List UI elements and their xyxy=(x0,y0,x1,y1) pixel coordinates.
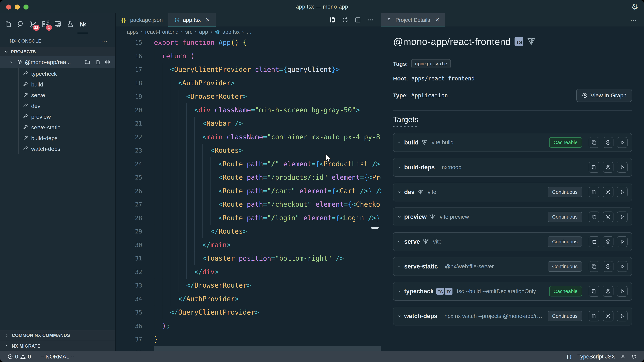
close-window-button[interactable] xyxy=(6,4,11,9)
panel-more-icon[interactable]: ⋯ xyxy=(630,16,644,24)
bell-icon xyxy=(631,354,636,360)
activity-item-extensions[interactable]: 1 xyxy=(39,15,52,33)
sidebar-section-nx-migrate[interactable]: NX MIGRATE xyxy=(0,341,116,351)
sidebar-target-serve[interactable]: serve xyxy=(0,90,116,100)
breadcrumb-item[interactable]: … xyxy=(246,29,252,35)
code-text: </Routes> xyxy=(210,225,247,238)
play-button[interactable] xyxy=(617,187,628,197)
copy-button[interactable] xyxy=(589,236,600,247)
split-editor-button[interactable] xyxy=(354,16,361,23)
target-card-preview[interactable]: previewvite previewContinuous xyxy=(393,207,632,226)
target-name: dev xyxy=(404,189,414,196)
view-in-graph-button[interactable]: View In Graph xyxy=(576,89,632,102)
target-tech-icons xyxy=(422,239,429,245)
line-number: 33 xyxy=(116,279,142,292)
activity-item-remote-explorer[interactable] xyxy=(52,15,64,33)
copy-button[interactable] xyxy=(589,311,600,322)
code-text: </QueryClientProvider> xyxy=(170,306,259,319)
play-button[interactable] xyxy=(617,261,628,272)
root-label: Root: xyxy=(393,75,408,82)
activity-item-source-control[interactable]: 32 xyxy=(27,15,39,33)
code-line-24: 24<Route path="/" element={<ProductList … xyxy=(116,157,381,171)
play-button[interactable] xyxy=(617,236,628,247)
eye-button[interactable] xyxy=(603,212,614,222)
minimize-window-button[interactable] xyxy=(15,4,20,9)
target-card-serve-static[interactable]: serve-static@nx/web:file-serverContinuou… xyxy=(393,257,632,276)
sidebar-project-row[interactable]: @mono-app/rea... xyxy=(0,56,116,68)
target-name: watch-deps xyxy=(404,313,438,320)
target-card-serve[interactable]: serveviteContinuous xyxy=(393,232,632,251)
sidebar-target-typecheck[interactable]: typecheck xyxy=(0,68,116,79)
target-icon xyxy=(105,59,110,65)
sidebar-section-common-nx-commands[interactable]: COMMON NX COMMANDS xyxy=(0,330,116,341)
sidebar-target-dev[interactable]: dev xyxy=(0,100,116,111)
copy-button[interactable] xyxy=(589,187,600,197)
close-icon[interactable]: ✕ xyxy=(206,17,210,23)
breadcrumb-item[interactable]: apps xyxy=(127,29,138,35)
play-button[interactable] xyxy=(617,311,628,322)
play-button[interactable] xyxy=(617,212,628,222)
sidebar-target-build-deps[interactable]: build-deps xyxy=(0,133,116,143)
breadcrumb-item[interactable]: app.tsx xyxy=(222,29,240,35)
breadcrumb-item[interactable]: react-frontend xyxy=(145,29,178,35)
more-actions-button[interactable] xyxy=(367,16,374,23)
sidebar-sections: COMMON NX COMMANDSNX MIGRATE xyxy=(0,330,116,351)
eye-button[interactable] xyxy=(603,236,614,247)
target-label: watch-deps xyxy=(31,146,60,152)
breadcrumb-item[interactable]: src xyxy=(185,29,192,35)
zoom-window-button[interactable] xyxy=(24,4,28,9)
breadcrumb-separator: › xyxy=(141,29,142,35)
eye-button[interactable] xyxy=(603,162,614,173)
code-text: ); xyxy=(162,319,170,333)
activity-item-testing[interactable] xyxy=(64,15,76,33)
activity-item-explorer[interactable] xyxy=(2,15,14,33)
copy-button[interactable] xyxy=(589,137,600,148)
activity-item-nx-console[interactable]: N≥ xyxy=(76,15,89,33)
eye-button[interactable] xyxy=(603,261,614,272)
line-number: 20 xyxy=(116,103,142,117)
play-button[interactable] xyxy=(617,286,628,297)
eye-button[interactable] xyxy=(603,187,614,197)
sidebar-more-icon[interactable]: ⋯ xyxy=(101,37,107,45)
tab-project-details[interactable]: Project Details ✕ xyxy=(381,13,445,26)
eye-button[interactable] xyxy=(603,137,614,148)
vite-icon xyxy=(422,239,429,245)
breadcrumb[interactable]: apps›react-frontend›src›app›app.tsx›… xyxy=(116,26,381,37)
copy-button[interactable] xyxy=(589,286,600,297)
line-number: 28 xyxy=(116,211,142,225)
play-button[interactable] xyxy=(617,137,628,148)
projects-section-header[interactable]: PROJECTS xyxy=(0,47,116,56)
tab-app-tsx[interactable]: app.tsx✕ xyxy=(168,13,216,26)
gear-icon[interactable]: ⚙ xyxy=(632,2,638,11)
sidebar-target-serve-static[interactable]: serve-static xyxy=(0,122,116,133)
open-project-details-button[interactable] xyxy=(329,16,336,23)
target-description: nx:noop xyxy=(442,164,461,170)
problems-indicator[interactable]: 0 0 xyxy=(8,354,31,360)
refresh-button[interactable] xyxy=(342,16,348,23)
sidebar-target-watch-deps[interactable]: watch-deps xyxy=(0,143,116,154)
copy-button[interactable] xyxy=(589,212,600,222)
target-card-build-deps[interactable]: build-depsnx:noop xyxy=(393,158,632,177)
language-indicator[interactable]: TypeScript JSX xyxy=(577,354,615,360)
activity-item-search[interactable] xyxy=(14,15,27,33)
close-icon[interactable]: ✕ xyxy=(435,17,440,23)
copy-button[interactable] xyxy=(589,261,600,272)
wrench-icon xyxy=(23,103,28,109)
sidebar-target-build[interactable]: build xyxy=(0,79,116,90)
vite-icon xyxy=(421,139,427,145)
line-number: 15 xyxy=(116,37,142,49)
breadcrumb-item[interactable]: app xyxy=(199,29,208,35)
target-card-build[interactable]: buildvite buildCacheable xyxy=(393,133,632,152)
tab-package-json[interactable]: {}package.json xyxy=(116,13,168,26)
target-card-watch-deps[interactable]: watch-depsnpx nx watch --projects @mono-… xyxy=(393,307,632,326)
sidebar-target-preview[interactable]: preview xyxy=(0,111,116,122)
play-button[interactable] xyxy=(617,162,628,173)
eye-button[interactable] xyxy=(603,311,614,322)
target-card-typecheck[interactable]: typecheckTSTStsc --build --emitDeclarati… xyxy=(393,282,632,301)
target-description: vite build xyxy=(432,139,454,146)
eye-button[interactable] xyxy=(603,286,614,297)
code-area[interactable]: 15export function App() {16return (17<Qu… xyxy=(116,37,381,351)
target-card-dev[interactable]: devviteContinuous xyxy=(393,183,632,201)
sidebar-title: NX CONSOLE xyxy=(10,38,42,44)
copy-button[interactable] xyxy=(589,162,600,173)
